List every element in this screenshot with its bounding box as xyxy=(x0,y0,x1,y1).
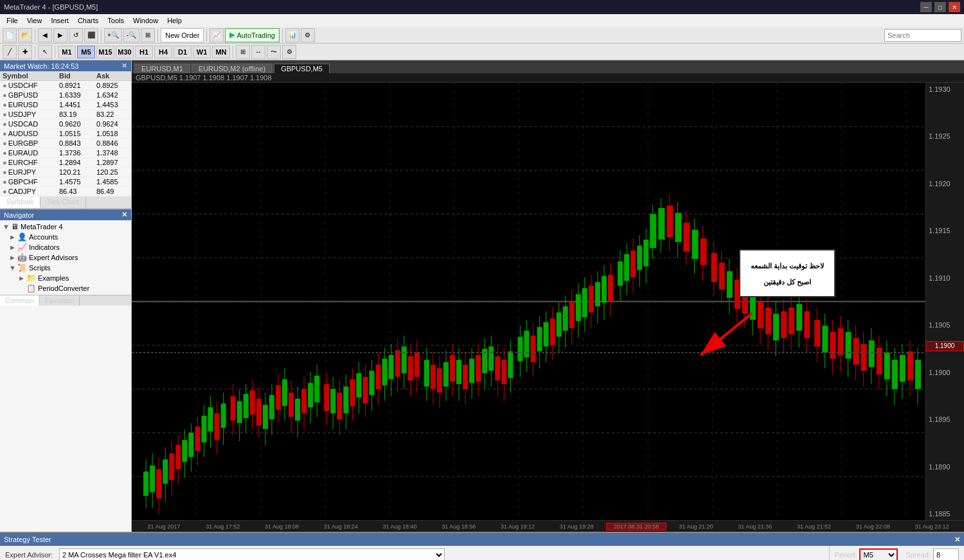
nav-item-root[interactable]: ▼ 🖥 MetaTrader 4 xyxy=(0,222,131,232)
tf-m5[interactable]: M5 xyxy=(77,46,95,58)
auto-trading-button[interactable]: ▶ AutoTrading xyxy=(225,28,280,42)
mw-symbol: ●EURUSD xyxy=(0,100,57,110)
st-ea-row: Expert Advisor: 2 MA Crosses Mega filter… xyxy=(5,548,824,560)
settings2-button[interactable]: ⚙ xyxy=(282,45,296,59)
nav-item-expert-advisors[interactable]: ► 🤖 Expert Advisors xyxy=(0,252,131,263)
search-input[interactable] xyxy=(884,29,961,42)
crosshair-button[interactable]: ✚ xyxy=(18,45,32,59)
market-watch-row[interactable]: ●AUDUSD 1.0515 1.0518 xyxy=(0,129,131,139)
menu-help[interactable]: Help xyxy=(163,16,186,25)
market-watch-row[interactable]: ●EURCHF 1.2894 1.2897 xyxy=(0,158,131,168)
refresh-button[interactable]: ↺ xyxy=(69,28,83,42)
nav-item-scripts[interactable]: ▼ 📜 Scripts xyxy=(0,263,131,273)
mw-tab-tick[interactable]: Tick Chart xyxy=(40,197,86,208)
market-watch-row[interactable]: ●USDCAD 0.9620 0.9624 xyxy=(0,119,131,129)
maximize-button[interactable]: □ xyxy=(934,2,946,12)
tf-h4[interactable]: H4 xyxy=(154,46,172,58)
menu-window[interactable]: Window xyxy=(129,16,162,25)
back-button[interactable]: ◀ xyxy=(38,28,52,42)
indicators-button[interactable]: 📊 xyxy=(285,28,299,42)
market-watch-row[interactable]: ●GBPUSD 1.6339 1.6342 xyxy=(0,91,131,100)
menu-insert[interactable]: Insert xyxy=(47,16,73,25)
forward-button[interactable]: ▶ xyxy=(53,28,67,42)
spread-label: Spread: xyxy=(906,551,931,559)
svg-rect-123 xyxy=(476,355,481,382)
period-dropdown[interactable]: M5 M1 M15 H1 xyxy=(859,548,898,560)
chart-svg xyxy=(132,83,925,520)
chart-tab-eurusdm1[interactable]: EURUSD,M1 xyxy=(134,64,190,73)
zoom-in-button[interactable]: +🔍 xyxy=(104,28,122,42)
chart-view-button[interactable]: ⊞ xyxy=(141,28,155,42)
tf-m30[interactable]: M30 xyxy=(116,46,134,58)
price-scale: 1.1930 1.1925 1.1920 1.1915 1.1910 1.190… xyxy=(925,83,964,520)
market-watch-row[interactable]: ●USDJPY 83.19 83.22 xyxy=(0,110,131,119)
nav-item-examples[interactable]: ► 📁 Examples xyxy=(0,273,131,283)
stop-button[interactable]: ⬛ xyxy=(84,28,98,42)
svg-rect-163 xyxy=(608,275,613,302)
left-panel: Market Watch: 16:24:53 ✕ Symbol Bid Ask … xyxy=(0,60,132,532)
market-watch-row[interactable]: ●EURUSD 1.4451 1.4453 xyxy=(0,100,131,110)
time-label-7: 31 Aug 19:12 xyxy=(488,523,548,530)
mw-bid: 1.4451 xyxy=(57,100,94,110)
tf-h1[interactable]: H1 xyxy=(135,46,153,58)
annotation-box: لاحظ توقيت بداية الشمعه اصبح كل دقيقتين xyxy=(739,249,835,297)
market-watch-row[interactable]: ●USDCHF 0.8921 0.8925 xyxy=(0,81,131,91)
zoom-out-button[interactable]: -🔍 xyxy=(123,28,139,42)
tf-d1[interactable]: D1 xyxy=(174,46,192,58)
annotation-arrow xyxy=(688,310,765,363)
market-watch-close[interactable]: ✕ xyxy=(121,62,127,70)
new-file-button[interactable]: 📄 xyxy=(3,28,17,42)
market-watch-row[interactable]: ●EURJPY 120.21 120.25 xyxy=(0,168,131,177)
nav-label-indicators: Indicators xyxy=(29,243,60,251)
nav-item-accounts[interactable]: ► 👤 Accounts xyxy=(0,232,131,242)
chart-tabs: EURUSD,M1 EURUSD,M2 (offline) GBPUSD,M5 xyxy=(132,60,964,73)
spread-input[interactable] xyxy=(933,548,959,560)
tf-m15[interactable]: M15 xyxy=(96,46,114,58)
menu-file[interactable]: File xyxy=(3,16,22,25)
oscillator-button[interactable]: 〜 xyxy=(267,45,281,59)
st-close-button[interactable]: ✕ xyxy=(954,536,960,544)
toolbar-separator xyxy=(35,29,35,42)
svg-rect-213 xyxy=(804,311,810,338)
tf-mn[interactable]: MN xyxy=(212,46,230,58)
mw-symbol: ●AUDUSD xyxy=(0,129,57,139)
market-watch-row[interactable]: ●EURGBP 0.8843 0.8846 xyxy=(0,139,131,148)
market-watch-row[interactable]: ●CADJPY 86.43 86.49 xyxy=(0,187,131,197)
tf-m1[interactable]: M1 xyxy=(58,46,76,58)
svg-rect-145 xyxy=(550,319,555,346)
mw-tab-symbols[interactable]: Symbols xyxy=(0,197,40,208)
nav-item-period-converter[interactable]: 📋 PeriodConverter xyxy=(0,283,131,293)
menu-view[interactable]: View xyxy=(23,16,46,25)
cursor-button[interactable]: ↖ xyxy=(38,45,52,59)
new-order-button[interactable]: New Order xyxy=(161,28,204,42)
st-right-buttons: Period: M5 M1 M15 H1 Spread: Expert prop… xyxy=(829,546,964,560)
nav-tab-favorites[interactable]: Favorites xyxy=(40,295,80,306)
market-watch-row[interactable]: ●GBPCHF 1.4575 1.4585 xyxy=(0,177,131,187)
nav-item-indicators[interactable]: ► 📈 Indicators xyxy=(0,242,131,252)
menu-charts[interactable]: Charts xyxy=(74,16,102,25)
ea-dropdown[interactable]: 2 MA Crosses Mega filter EA V1.ex4 xyxy=(59,548,445,560)
line-tool-button[interactable]: ╱ xyxy=(3,45,17,59)
svg-rect-109 xyxy=(431,365,436,389)
market-watch-row[interactable]: ●EURAUD 1.3736 1.3748 xyxy=(0,148,131,158)
tf-w1[interactable]: W1 xyxy=(193,46,211,58)
svg-rect-107 xyxy=(424,360,429,387)
settings-button[interactable]: ⚙ xyxy=(301,28,315,42)
timeframe-toolbar: ╱ ✚ ↖ M1 M5 M15 M30 H1 H4 D1 W1 MN ⊞ ↔ 〜… xyxy=(0,44,964,60)
close-button[interactable]: ✕ xyxy=(949,2,960,12)
open-button[interactable]: 📂 xyxy=(18,28,32,42)
navigator-close[interactable]: ✕ xyxy=(121,211,127,219)
chart-tab-gbpusdm5[interactable]: GBPUSD,M5 xyxy=(274,64,330,73)
period-spread-row: Period: M5 M1 M15 H1 Spread: xyxy=(835,548,959,560)
menu-tools[interactable]: Tools xyxy=(103,16,128,25)
mw-symbol: ●EURAUD xyxy=(0,148,57,158)
chart-zoom-fit[interactable]: ⊞ xyxy=(236,45,250,59)
nav-tab-common[interactable]: Common xyxy=(0,295,40,306)
minimize-button[interactable]: ─ xyxy=(920,2,932,12)
chart-scroll[interactable]: ↔ xyxy=(251,45,265,59)
svg-rect-69 xyxy=(295,399,300,421)
line-studies-button[interactable]: 📈 xyxy=(210,28,224,42)
scripts-icon: 📜 xyxy=(17,263,27,272)
chart-tab-eurusdm2[interactable]: EURUSD,M2 (offline) xyxy=(192,64,272,73)
svg-rect-77 xyxy=(324,384,329,411)
